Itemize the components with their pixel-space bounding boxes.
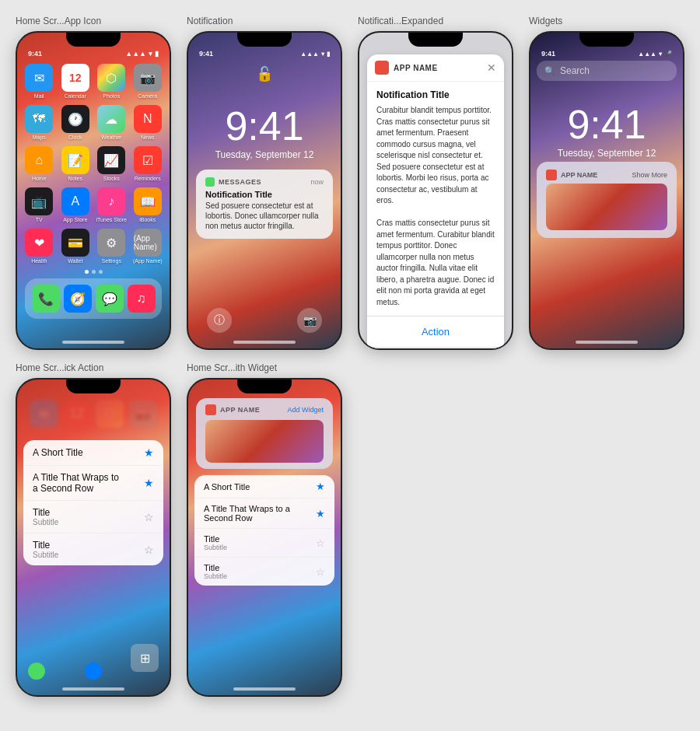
app-calendar[interactable]: 12 Calendar — [60, 64, 92, 99]
exp-title: Notification Title — [376, 89, 495, 100]
close-icon[interactable]: ✕ — [487, 61, 496, 74]
notif-header: MESSAGES now — [205, 177, 324, 187]
phone6-widget-card: APP NAME Add Widget — [196, 398, 333, 469]
bg-icon-3: ⬡ — [96, 400, 124, 428]
qa-title-wrap-4: Title Subtitle — [33, 540, 58, 559]
app-maps[interactable]: 🗺 Maps — [23, 105, 55, 140]
dot-2 — [92, 270, 96, 274]
camera-lock-icon[interactable]: 📷 — [297, 308, 322, 333]
app-weather-icon: ☁ — [97, 105, 125, 133]
lock-icon: 🔓 — [188, 65, 341, 82]
wl-title-4: Title — [204, 563, 227, 572]
qa-star-4: ☆ — [144, 544, 154, 556]
home-bar-2 — [233, 341, 296, 344]
app-camera[interactable]: 📷 Camera — [132, 64, 164, 99]
add-widget-label[interactable]: Add Widget — [287, 406, 324, 414]
exp-text: Curabitur blandit tempus porttitor. Cras… — [376, 105, 495, 308]
widget-app-row: APP NAME — [546, 170, 597, 180]
notif-title: Notification Title — [205, 190, 324, 199]
app-home-icon: ⌂ — [25, 146, 53, 174]
dock-messages[interactable]: 💬 — [96, 285, 124, 313]
qa-title-wrap-2: A Title That Wraps to a Second Row — [33, 472, 119, 494]
blurred-grid: ✉ 12 ⬡ 📷 — [23, 397, 163, 431]
phone3-label: Notificati...Expanded — [358, 16, 443, 26]
bg-app-2: 12 — [63, 400, 92, 428]
qa-item-1[interactable]: A Short Title ★ — [23, 440, 163, 466]
flashlight-icon[interactable]: ⓘ — [207, 308, 232, 333]
app-news-icon: N — [134, 105, 162, 133]
app-home[interactable]: ⌂ Home — [23, 146, 55, 181]
page-dots — [17, 270, 170, 274]
status-bar-2: 9:41 ▲▲▲ ▾ ▮ — [188, 33, 341, 61]
app-wallet[interactable]: 💳 Wallet — [60, 229, 92, 264]
lock-date: Tuesday, September 12 — [188, 149, 341, 160]
app-appstore[interactable]: A App Store — [60, 187, 92, 222]
bg-app-3: ⬡ — [96, 400, 124, 428]
action-button-1[interactable]: Action — [367, 317, 504, 348]
app-ibooks-label: iBooks — [139, 217, 156, 222]
app-mail-icon: ✉ — [25, 64, 53, 92]
blurred-bg: ✉ 12 ⬡ 📷 — [17, 379, 170, 434]
app-clock-label: Clock — [68, 135, 82, 140]
app-stocks-icon: 📈 — [97, 146, 125, 174]
wl-title-1: A Short Title — [204, 482, 250, 491]
exp-header: APP NAME ✕ — [367, 54, 504, 82]
app-grid-row2: 🗺 Maps 🕐 Clock ☁ Weather N News — [17, 102, 170, 143]
qa-star-3: ☆ — [144, 511, 154, 523]
dock-safari[interactable]: 🧭 — [64, 285, 92, 313]
app-settings[interactable]: ⚙ Settings — [96, 229, 128, 264]
expanded-notification: APP NAME ✕ Notification Title Curabitur … — [367, 54, 504, 350]
notif-app-icon — [205, 177, 215, 187]
phone5-frame: ✉ 12 ⬡ 📷 A Short Title ★ — [16, 378, 171, 697]
app-clock[interactable]: 🕐 Clock — [60, 105, 92, 140]
wl-item-4[interactable]: Title Subtitle ☆ — [194, 558, 334, 586]
app-placeholder[interactable]: (App Name) (App Name) — [132, 229, 164, 264]
qa-item-4[interactable]: Title Subtitle ☆ — [23, 533, 163, 565]
app-maps-label: Maps — [33, 135, 46, 140]
app-health-label: Health — [31, 258, 47, 264]
widget-card-header: APP NAME Show More — [546, 170, 667, 180]
exp-app-name: APP NAME — [394, 64, 438, 72]
app-stocks[interactable]: 📈 Stocks — [96, 146, 128, 181]
app-mail[interactable]: ✉ Mail — [23, 64, 55, 99]
status-icons-1: ▲▲▲ ▾ ▮ — [125, 50, 159, 58]
app-photos-icon: ⬡ — [97, 64, 125, 92]
action-button-2[interactable]: Action — [367, 348, 504, 350]
main-grid: Home Scr...App Icon 9:41 ▲▲▲ ▾ ▮ ✉ Mail … — [16, 16, 684, 697]
wl-item-3[interactable]: Title Subtitle ☆ — [194, 529, 334, 558]
phone3-frame: APP NAME ✕ Notification Title Curabitur … — [358, 31, 513, 350]
phone1-col: Home Scr...App Icon 9:41 ▲▲▲ ▾ ▮ ✉ Mail … — [16, 16, 179, 350]
notification-card[interactable]: MESSAGES now Notification Title Sed posu… — [196, 170, 333, 239]
add-widget-button[interactable]: ⊞ — [131, 644, 159, 672]
qa-item-2[interactable]: A Title That Wraps to a Second Row ★ — [23, 466, 163, 501]
wl-item-2[interactable]: A Title That Wraps to a Second Row ★ — [194, 498, 334, 529]
signal-icon: ▲▲▲ — [125, 50, 146, 58]
app-itunes[interactable]: ♪ iTunes Store — [96, 187, 128, 222]
widget-search-bar[interactable]: 🔍 Search — [537, 61, 677, 81]
app-ibooks[interactable]: 📖 iBooks — [132, 187, 164, 222]
app-tv[interactable]: 📺 TV — [23, 187, 55, 222]
dock-music[interactable]: ♫ — [128, 285, 156, 313]
dock-phone-icon: 📞 — [32, 285, 60, 313]
dock-messages-icon: 💬 — [96, 285, 124, 313]
wifi-icon-2: ▾ — [321, 51, 324, 58]
app-wallet-icon: 💳 — [61, 229, 89, 257]
app-weather[interactable]: ☁ Weather — [96, 105, 128, 140]
app-news[interactable]: N News — [132, 105, 164, 140]
app-notes[interactable]: 📝 Notes — [60, 146, 92, 181]
phone3-col: Notificati...Expanded APP NAME ✕ Notific… — [358, 16, 521, 350]
app-wallet-label: Wallet — [68, 258, 82, 264]
qa-item-3[interactable]: Title Subtitle ☆ — [23, 501, 163, 533]
qa-star-1: ★ — [144, 446, 154, 459]
wl-item-1[interactable]: A Short Title ★ — [194, 475, 334, 498]
app-news-label: News — [141, 135, 155, 140]
dock-phone[interactable]: 📞 — [32, 285, 60, 313]
app-health[interactable]: ❤ Health — [23, 229, 55, 264]
app-reminders[interactable]: ☑ Reminders — [132, 146, 164, 181]
app-photos[interactable]: ⬡ Photos — [96, 64, 128, 99]
phone6-app-icon — [205, 404, 216, 415]
widget-date: Tuesday, September 12 — [530, 148, 683, 159]
dot-3 — [99, 270, 103, 274]
show-more-button[interactable]: Show More — [632, 171, 667, 179]
app-ibooks-icon: 📖 — [134, 187, 162, 215]
